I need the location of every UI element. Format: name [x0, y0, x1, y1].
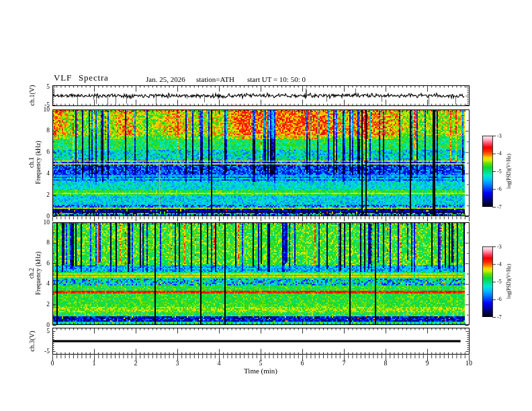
chart-title: VLF Spectra	[54, 73, 109, 83]
x-tick-label: 2	[129, 359, 142, 367]
colorbar-tick-label: -3	[497, 244, 509, 250]
y-tick-label: 5	[38, 83, 50, 90]
header-start-ut: start UT = 10: 50: 0	[247, 75, 306, 83]
y-tick-label: 2	[38, 301, 50, 308]
x-tick-label: 0	[46, 359, 59, 367]
ylabel-ch3-voltage: ch.3(V)	[28, 331, 36, 352]
colorbar-tick-label: -5	[497, 169, 509, 175]
y-tick-label: 8	[38, 127, 50, 134]
header-station: station=ATH	[196, 75, 234, 83]
ylabel-ch2-frequency: ch.2 Frequency (kHz)	[28, 252, 42, 295]
y-tick-label: 2	[38, 191, 50, 198]
y-tick-label: 6	[38, 260, 50, 267]
figure-canvas	[0, 0, 532, 411]
colorbar-tick-label: -6	[497, 186, 509, 192]
ylabel-frequency-line: Frequency (kHz)	[35, 141, 42, 185]
y-tick-label: -5	[38, 101, 50, 108]
ylabel-ch1-line: ch.1	[28, 141, 35, 185]
vlf-spectra-figure: VLF Spectra Jan. 25, 2026 station=ATH st…	[0, 0, 532, 411]
ylabel-ch1-frequency: ch.1 Frequency (kHz)	[28, 141, 42, 185]
x-tick-label: 10	[462, 359, 476, 367]
colorbar-tick-label: -6	[497, 296, 509, 302]
ylabel-ch2-line: ch.2	[28, 252, 35, 295]
ylabel-frequency-line: Frequency (kHz)	[35, 252, 42, 295]
colorbar-tick-label: -7	[497, 204, 509, 210]
header-date: Jan. 25, 2026	[146, 75, 185, 83]
ylabel-ch1-voltage: ch.1(V)	[28, 85, 36, 106]
colorbar-tick-label: -7	[497, 314, 509, 320]
y-tick-label: -5	[38, 348, 50, 355]
y-tick-label: 4	[38, 170, 50, 177]
y-tick-label: 6	[38, 148, 50, 155]
y-tick-label: 10	[38, 219, 50, 226]
y-tick-label: 5	[38, 328, 50, 334]
x-axis-title: Time (min)	[244, 367, 277, 375]
x-tick-label: 8	[379, 359, 392, 367]
colorbar-tick-label: -3	[497, 133, 509, 139]
x-tick-label: 4	[212, 359, 226, 367]
x-tick-label: 1	[87, 359, 101, 367]
colorbar-tick-label: -5	[497, 279, 509, 285]
y-tick-label: 4	[38, 280, 50, 287]
x-tick-label: 7	[337, 359, 351, 367]
x-tick-label: 5	[254, 359, 267, 367]
x-tick-label: 6	[296, 359, 309, 367]
colorbar-tick-label: -4	[497, 150, 509, 156]
colorbar-tick-label: -4	[497, 261, 509, 267]
x-tick-label: 9	[420, 359, 434, 367]
x-tick-label: 3	[171, 359, 184, 367]
y-tick-label: 8	[38, 239, 50, 246]
